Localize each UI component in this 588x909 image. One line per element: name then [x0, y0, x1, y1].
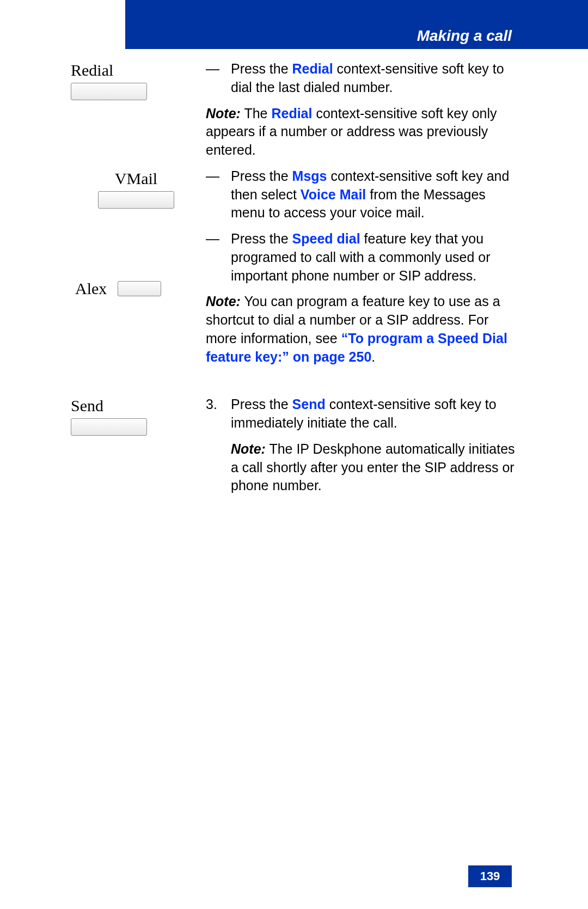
page-number: 139 [468, 865, 512, 887]
send-key-block: Send [71, 395, 201, 436]
alex-key-block: Alex [71, 279, 201, 298]
send-key-button[interactable] [71, 418, 147, 436]
step-number: 3. [206, 395, 231, 432]
speed-bullet: — Press the Speed dial feature key that … [206, 230, 517, 285]
send-section: Send 3. Press the Send context-sensitive… [71, 395, 517, 503]
vmail-key-label: VMail [115, 169, 157, 188]
dash-icon: — [206, 230, 231, 285]
redial-key-button[interactable] [71, 83, 147, 100]
step-3-note: Note: The IP Deskphone automatically ini… [206, 440, 517, 495]
header-title: Making a call [417, 27, 512, 45]
redial-text: — Press the Redial context-sensitive sof… [201, 60, 517, 167]
alex-key-button[interactable] [118, 281, 161, 296]
vmail-section: VMail Alex — Press the Msgs context-sens… [71, 167, 517, 374]
alex-key-label: Alex [75, 279, 107, 298]
redial-section: Redial — Press the Redial context-sensit… [71, 60, 517, 167]
dash-icon: — [206, 60, 231, 97]
content-area: Redial — Press the Redial context-sensit… [71, 60, 517, 503]
redial-note: Note: The Redial context-sensitive soft … [206, 105, 517, 160]
vmail-key-button[interactable] [98, 191, 174, 209]
header-bar: Making a call [125, 0, 588, 49]
redial-key-label: Redial [71, 61, 113, 80]
send-key-label: Send [71, 396, 103, 415]
send-text: 3. Press the Send context-sensitive soft… [201, 395, 517, 503]
step-3: 3. Press the Send context-sensitive soft… [206, 395, 517, 432]
redial-key-block: Redial [71, 60, 201, 100]
vmail-key-block: VMail Alex [71, 167, 201, 298]
dash-icon: — [206, 167, 231, 222]
msgs-bullet: — Press the Msgs context-sensitive soft … [206, 167, 517, 222]
redial-bullet: — Press the Redial context-sensitive sof… [206, 60, 517, 97]
vmail-text: — Press the Msgs context-sensitive soft … [201, 167, 517, 374]
speed-note: Note: You can program a feature key to u… [206, 292, 517, 366]
